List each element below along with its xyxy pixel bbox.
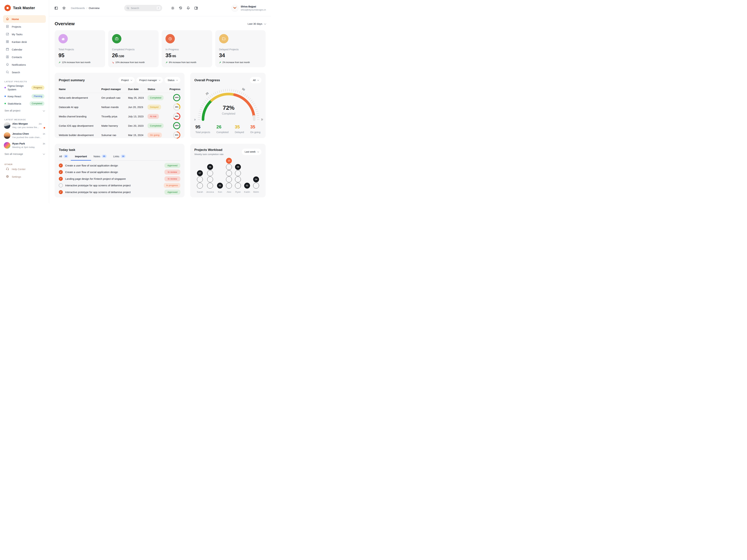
project-summary-title: Project summary bbox=[59, 78, 85, 82]
sidebar-nav-item[interactable]: Notifications bbox=[3, 61, 46, 69]
chevron-down-icon bbox=[43, 109, 45, 111]
see-all-messages[interactable]: See all message bbox=[3, 151, 46, 157]
latest-project-item[interactable]: StaticMania Completed bbox=[3, 100, 46, 107]
table-row[interactable]: Datascale AI app Neilsan mando Jun 20, 2… bbox=[59, 102, 180, 112]
sidebar-toggle-icon[interactable] bbox=[54, 6, 58, 10]
panel-right-toggle-icon[interactable] bbox=[194, 6, 198, 10]
task-checkbox[interactable] bbox=[59, 170, 63, 174]
tab-count-badge: 05 bbox=[102, 155, 107, 158]
progress-filter-dropdown[interactable]: All bbox=[250, 77, 261, 83]
sidebar-nav-item[interactable]: My Tasks bbox=[3, 30, 46, 38]
tab-label: Links bbox=[113, 155, 119, 158]
theme-sun-icon[interactable] bbox=[171, 6, 175, 10]
workload-person-name: Jessica bbox=[206, 191, 214, 193]
nav-item-label: My Tasks bbox=[12, 33, 23, 36]
message-preview: Hey, can you review the... bbox=[12, 126, 42, 129]
user-email: shiva@elysiumdesigns.in bbox=[241, 8, 266, 11]
task-status-badge: In review bbox=[164, 176, 180, 181]
search-bar[interactable]: / bbox=[124, 5, 162, 11]
project-color-dot bbox=[4, 96, 6, 97]
see-all-projects[interactable]: See all project bbox=[3, 107, 46, 114]
sidebar-nav-item[interactable]: Contacts bbox=[3, 53, 46, 61]
overall-progress-title: Overall Progress bbox=[195, 78, 220, 82]
sidebar: Task Master Home Projects My Tasks bbox=[0, 0, 49, 203]
sidebar-nav-item[interactable]: Calendar bbox=[3, 46, 46, 53]
cell-project-name: Datascale AI app bbox=[59, 102, 101, 112]
message-item[interactable]: Ryan Park 3h Meeting at 3pm today bbox=[3, 140, 46, 151]
table-row[interactable]: Corlax iOS app develpoement Matte hanner… bbox=[59, 121, 180, 130]
table-header-row: Name Project manager Due date Status Pro… bbox=[59, 86, 180, 93]
progress-ring: 100% bbox=[173, 94, 180, 101]
latest-project-item[interactable]: Figma Design System Progress bbox=[3, 83, 46, 92]
user-avatar bbox=[231, 4, 239, 12]
sidebar-other-item[interactable]: Settings bbox=[3, 173, 46, 181]
sidebar-nav-item[interactable]: Kanban desk bbox=[3, 38, 46, 46]
filter-dropdown[interactable]: Status bbox=[164, 77, 180, 83]
progress-stat: 35 On going bbox=[250, 124, 260, 134]
search-icon bbox=[127, 7, 129, 9]
sidebar-nav-item[interactable]: Projects bbox=[3, 23, 46, 30]
workload-column: 02Kadin bbox=[244, 183, 250, 193]
sidebar-nav-item[interactable]: Search bbox=[3, 69, 46, 76]
workload-unit-circle bbox=[226, 170, 232, 176]
filter-dropdown[interactable]: Project bbox=[118, 77, 135, 83]
stat-icon bbox=[112, 34, 121, 44]
latest-projects-heading: LATEST PROJECTS bbox=[3, 81, 46, 83]
progress-stat-value: 35 bbox=[250, 124, 260, 130]
progress-stat: 26 Completed bbox=[216, 124, 229, 134]
task-tab[interactable]: All 10 bbox=[59, 155, 69, 160]
latest-project-item[interactable]: Keep React Planning bbox=[3, 92, 46, 100]
filter-dropdown[interactable]: Project manager bbox=[136, 77, 163, 83]
cell-manager: Matte hannery bbox=[101, 121, 128, 130]
task-checkbox[interactable] bbox=[59, 190, 63, 194]
chevron-down-icon bbox=[264, 23, 266, 25]
task-text: Create a user flow of social application… bbox=[65, 170, 162, 174]
sidebar-nav-item[interactable]: Home bbox=[3, 15, 46, 23]
stat-card: In Progress 35/95 ↗ 8% increase from las… bbox=[162, 30, 212, 67]
task-text: Interactive prototype for app screens of… bbox=[65, 184, 161, 187]
other-list: Help Center Settings bbox=[3, 165, 46, 181]
table-row[interactable]: Website builder developement Sukumar rao… bbox=[59, 130, 180, 140]
tab-label: Notes bbox=[94, 155, 100, 158]
nav-icon bbox=[6, 70, 9, 74]
cell-manager: Om prakash sao bbox=[101, 93, 128, 103]
history-icon[interactable] bbox=[179, 6, 182, 10]
workload-filter-dropdown[interactable]: Last week bbox=[242, 149, 261, 155]
task-tab[interactable]: Important bbox=[75, 155, 87, 160]
sidebar-other-item[interactable]: Help Center bbox=[3, 165, 46, 173]
date-range-select[interactable]: Last 30 days bbox=[248, 22, 265, 25]
cell-due-date: May 25, 2023 bbox=[128, 93, 148, 103]
task-tab[interactable]: Notes 05 bbox=[93, 155, 107, 160]
task-checkbox[interactable] bbox=[59, 183, 63, 187]
user-menu[interactable]: Shiva Bajpai shiva@elysiumdesigns.in bbox=[231, 4, 266, 12]
cell-manager: Tiruvelly priya bbox=[101, 112, 128, 121]
project-name: Figma Design System bbox=[8, 84, 30, 91]
search-input[interactable] bbox=[131, 6, 155, 9]
workload-unit-circle bbox=[207, 170, 213, 176]
stat-icon bbox=[165, 34, 175, 44]
table-row[interactable]: Media channel branding Tiruvelly priya J… bbox=[59, 112, 180, 121]
breadcrumb-parent[interactable]: Dashboards bbox=[71, 6, 85, 9]
workload-value-circle: 10 bbox=[226, 158, 232, 164]
task-row: Interactive prototype for app screens of… bbox=[59, 182, 180, 189]
stat-label: In Progress bbox=[165, 48, 208, 51]
other-item-label: Help Center bbox=[12, 168, 26, 170]
tab-label: Important bbox=[75, 155, 87, 158]
message-item[interactable]: Jessica Chen 1h I've pushed the code cha… bbox=[3, 131, 46, 141]
task-tab[interactable]: Links 10 bbox=[113, 155, 126, 160]
progress-ring: 35% bbox=[173, 103, 180, 111]
message-preview: Meeting at 3pm today bbox=[12, 145, 42, 149]
progress-ring: 50% bbox=[173, 131, 180, 139]
message-item[interactable]: Alex Morgan 2m Hey, can you review the..… bbox=[3, 121, 46, 131]
notifications-bell-icon[interactable] bbox=[186, 6, 190, 10]
workload-unit-circle bbox=[197, 183, 203, 189]
summary-filters: Project Project manager Status bbox=[118, 77, 180, 83]
favorite-star-icon[interactable] bbox=[62, 6, 66, 10]
task-checkbox[interactable] bbox=[59, 163, 63, 167]
message-time: 1h bbox=[43, 133, 45, 135]
nav-icon bbox=[6, 40, 9, 44]
task-text: Create a user flow of social application… bbox=[65, 164, 162, 167]
task-checkbox[interactable] bbox=[59, 177, 63, 181]
table-row[interactable]: Nelsa web developement Om prakash sao Ma… bbox=[59, 93, 180, 103]
status-badge: Completed bbox=[148, 123, 163, 128]
